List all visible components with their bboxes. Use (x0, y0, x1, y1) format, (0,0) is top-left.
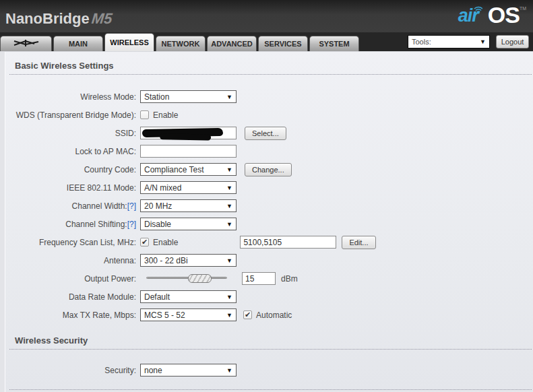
slider-track (146, 277, 227, 279)
antenna-row: Antenna: 300 - 22 dBi ▼ (0, 254, 533, 267)
chevron-down-icon: ▼ (226, 203, 232, 209)
security-label: Security: (0, 366, 136, 375)
data-rate-module-label: Data Rate Module: (0, 292, 136, 302)
wds-row: WDS (Transparent Bridge Mode): Enable (0, 108, 533, 121)
country-change-button[interactable]: Change... (245, 163, 292, 176)
lock-to-ap-mac-input[interactable] (140, 145, 237, 158)
frequency-scan-edit-button[interactable]: Edit... (342, 236, 375, 249)
frequency-scan-list-input[interactable] (240, 236, 336, 249)
security-select[interactable]: none ▼ (140, 364, 237, 377)
tab-wireless-label: WIRELESS (110, 38, 148, 46)
logout-button[interactable]: Logout (496, 35, 529, 48)
antenna-icon (12, 38, 40, 49)
wireless-mode-value: Station (144, 92, 169, 102)
channel-width-help-link[interactable]: [?] (127, 201, 136, 211)
ssid-label: SSID: (0, 129, 136, 138)
data-rate-module-select[interactable]: Default ▼ (140, 290, 237, 303)
antenna-value: 300 - 22 dBi (144, 256, 188, 265)
tools-dropdown[interactable]: Tools: ▼ (408, 35, 490, 48)
ssid-row: SSID: Select... (0, 127, 533, 139)
brand-name: NanoBridge (5, 10, 90, 27)
channel-width-label-text: Channel Width: (72, 201, 127, 211)
ieee-mode-select[interactable]: A/N mixed ▼ (140, 181, 237, 194)
wds-enable-label: Enable (153, 110, 178, 120)
tab-main[interactable]: MAIN (53, 36, 103, 51)
wds-enable-checkbox[interactable] (140, 110, 149, 119)
chevron-down-icon: ▼ (226, 257, 232, 264)
max-tx-rate-row: Max TX Rate, Mbps: MCS 5 - 52 ▼ Automati… (0, 308, 533, 321)
airos-logo: airOSTM (458, 2, 526, 28)
ieee-mode-label: IEEE 802.11 Mode: (0, 183, 136, 193)
channel-shifting-label: Channel Shifting:[?] (0, 220, 136, 229)
tab-home[interactable] (0, 36, 52, 51)
max-tx-rate-automatic-checkbox[interactable] (243, 311, 252, 319)
tab-wireless[interactable]: WIRELESS (104, 33, 154, 51)
data-rate-module-value: Default (144, 292, 170, 302)
antenna-select[interactable]: 300 - 22 dBi ▼ (140, 254, 237, 267)
tab-services[interactable]: SERVICES (258, 36, 308, 51)
channel-width-row: Channel Width:[?] 20 MHz ▼ (0, 199, 533, 212)
tab-advanced[interactable]: ADVANCED (207, 36, 257, 51)
tab-advanced-label: ADVANCED (211, 40, 253, 48)
ssid-input[interactable] (140, 127, 237, 139)
antenna-label: Antenna: (0, 256, 136, 265)
country-code-select[interactable]: Compliance Test ▼ (140, 163, 237, 176)
ieee-mode-value: A/N mixed (144, 183, 181, 193)
wireless-mode-row: Wireless Mode: Station ▼ (0, 90, 533, 103)
channel-shifting-select[interactable]: Disable ▼ (140, 218, 237, 230)
wireless-security-form: Security: none ▼ (0, 350, 533, 377)
max-tx-rate-label: Max TX Rate, Mbps: (0, 311, 136, 320)
max-tx-rate-value: MCS 5 - 52 (144, 311, 185, 320)
frequency-scan-row: Frequency Scan List, MHz: Enable Edit... (0, 236, 533, 249)
output-power-input[interactable] (242, 272, 276, 285)
brand-logo: NanoBridgeM5 (5, 10, 112, 28)
basic-wireless-settings-heading: Basic Wireless Settings (9, 60, 532, 75)
chevron-down-icon: ▼ (226, 185, 232, 191)
slider-handle[interactable] (188, 274, 212, 283)
left-gutter (0, 52, 5, 392)
country-code-value: Compliance Test (144, 165, 204, 174)
ssid-select-button[interactable]: Select... (245, 127, 286, 140)
output-power-label: Output Power: (0, 274, 136, 284)
app-header: NanoBridgeM5 airOSTM (0, 0, 533, 32)
tab-system-label: SYSTEM (319, 40, 349, 48)
channel-width-select[interactable]: 20 MHz ▼ (140, 199, 237, 212)
channel-width-label: Channel Width:[?] (0, 201, 136, 211)
chevron-down-icon: ▼ (480, 38, 486, 45)
wireless-mode-label: Wireless Mode: (0, 92, 136, 102)
frequency-scan-enable-label: Enable (153, 238, 178, 247)
chevron-down-icon: ▼ (226, 312, 232, 319)
wireless-mode-select[interactable]: Station ▼ (140, 90, 237, 103)
security-row: Security: none ▼ (0, 364, 533, 377)
tab-network[interactable]: NETWORK (156, 36, 206, 51)
tab-main-label: MAIN (69, 40, 88, 48)
country-code-label: Country Code: (0, 165, 136, 174)
tab-services-label: SERVICES (264, 40, 301, 48)
output-power-row: Output Power: dBm (0, 272, 533, 285)
security-value: none (144, 366, 162, 375)
frequency-scan-enable-checkbox[interactable] (140, 238, 149, 247)
tab-bar: MAIN WIRELESS NETWORK ADVANCED SERVICES … (0, 32, 533, 51)
trademark: TM (520, 6, 526, 11)
output-power-unit: dBm (281, 274, 298, 284)
header-toolbar: Tools: ▼ Logout (408, 35, 533, 51)
tools-dropdown-value: Tools: (412, 38, 431, 46)
output-power-slider[interactable] (146, 274, 227, 283)
wireless-security-heading: Wireless Security (9, 335, 532, 350)
chevron-down-icon: ▼ (226, 166, 232, 173)
lock-to-ap-mac-row: Lock to AP MAC: (0, 145, 533, 158)
channel-shifting-help-link[interactable]: [?] (127, 220, 136, 229)
lock-to-ap-mac-label: Lock to AP MAC: (0, 147, 136, 156)
channel-shifting-row: Channel Shifting:[?] Disable ▼ (0, 218, 533, 230)
channel-width-value: 20 MHz (144, 201, 172, 211)
max-tx-rate-select[interactable]: MCS 5 - 52 ▼ (140, 308, 237, 321)
chevron-down-icon: ▼ (226, 367, 232, 374)
tab-system[interactable]: SYSTEM (309, 36, 359, 51)
airos-os-text: OS (488, 2, 520, 28)
brand-model: M5 (90, 10, 113, 28)
tab-network-label: NETWORK (162, 40, 200, 48)
basic-wireless-settings-form: Wireless Mode: Station ▼ WDS (Transparen… (0, 75, 533, 321)
channel-shifting-label-text: Channel Shifting: (65, 220, 127, 229)
chevron-down-icon: ▼ (226, 94, 232, 100)
chevron-down-icon: ▼ (226, 221, 232, 228)
